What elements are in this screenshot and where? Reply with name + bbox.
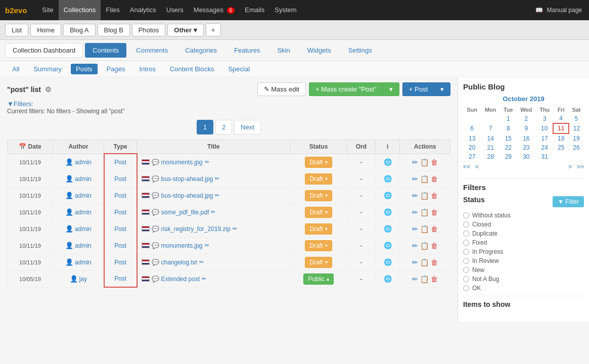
tab-list[interactable]: List (5, 24, 28, 36)
author-link[interactable]: admin (75, 225, 92, 233)
subtab-special[interactable]: Special (223, 64, 255, 74)
edit-action-icon[interactable]: ✏ (412, 158, 418, 166)
cal-day[interactable]: 5 (569, 114, 584, 123)
edit-action-icon[interactable]: ✏ (412, 258, 418, 266)
title-link[interactable]: some_pdf_file.pdf (161, 209, 209, 216)
delete-action-icon[interactable]: 🗑 (431, 275, 438, 283)
edit-action-icon[interactable]: ✏ (412, 208, 418, 216)
delete-action-icon[interactable]: 🗑 (431, 225, 438, 233)
author-link[interactable]: admin (75, 175, 92, 183)
tab-skin[interactable]: Skin (269, 43, 297, 58)
subtab-posts[interactable]: Posts (71, 64, 98, 74)
cal-prev-button[interactable]: << < (463, 163, 479, 170)
delete-action-icon[interactable]: 🗑 (431, 192, 438, 200)
cal-day[interactable]: 25 (553, 143, 568, 152)
tab-collection-dashboard[interactable]: Collection Dashboard (5, 43, 83, 58)
status-filter-item[interactable]: In Progress (463, 248, 584, 255)
edit-action-icon[interactable]: ✏ (412, 192, 418, 200)
title-edit-icon[interactable]: ✏ (205, 159, 209, 165)
tab-widgets[interactable]: Widgets (300, 43, 339, 58)
delete-action-icon[interactable]: 🗑 (431, 242, 438, 250)
title-edit-icon[interactable]: ✏ (233, 225, 237, 232)
nav-messages[interactable]: Messages 6 (189, 0, 240, 21)
subtab-all[interactable]: All (7, 64, 24, 74)
cal-day[interactable]: 28 (481, 152, 500, 161)
copy-action-icon[interactable]: 📋 (420, 192, 429, 200)
title-link[interactable]: bus-stop-ahead.jpg (161, 175, 213, 183)
status-badge[interactable]: Draft ▾ (305, 157, 332, 168)
title-edit-icon[interactable]: ✏ (199, 259, 204, 265)
nav-emails[interactable]: Emails (240, 0, 269, 20)
cal-next-button[interactable]: > >> (568, 163, 584, 170)
type-link[interactable]: Post (114, 192, 126, 199)
cal-day[interactable]: 30 (517, 152, 536, 161)
cal-day[interactable]: 1 (500, 114, 516, 123)
status-badge[interactable]: Public ▴ (303, 274, 334, 285)
subtab-summary[interactable]: Summary (28, 64, 67, 74)
cal-day[interactable]: 24 (536, 143, 553, 152)
title-link[interactable]: monuments.jpg (161, 159, 203, 166)
page-next-button[interactable]: Next (234, 120, 261, 134)
copy-action-icon[interactable]: 📋 (420, 242, 429, 250)
nav-analytics[interactable]: Analytics (125, 0, 161, 20)
type-link[interactable]: Post (114, 242, 126, 249)
nav-system[interactable]: System (269, 0, 301, 20)
status-filter-item[interactable]: In Review (463, 257, 584, 264)
cal-day[interactable]: 23 (517, 143, 536, 152)
title-link[interactable]: changelog.txt (161, 259, 197, 266)
author-link[interactable]: admin (75, 159, 92, 166)
status-badge[interactable]: Draft ▾ (305, 223, 332, 235)
tab-blog-b[interactable]: Blog B (98, 24, 130, 36)
delete-action-icon[interactable]: 🗑 (431, 175, 438, 183)
cal-day[interactable]: 29 (500, 152, 516, 161)
mass-create-button[interactable]: + Mass create "Post" (309, 82, 383, 96)
status-radio[interactable] (463, 276, 469, 282)
copy-action-icon[interactable]: 📋 (420, 225, 429, 233)
type-link[interactable]: Post (114, 225, 126, 233)
mass-create-dropdown[interactable]: ▾ (383, 82, 399, 96)
title-edit-icon[interactable]: ✏ (215, 192, 219, 199)
cal-day[interactable]: 6 (463, 123, 481, 133)
author-link[interactable]: admin (75, 209, 92, 216)
cal-day[interactable]: 22 (500, 143, 516, 152)
tab-home[interactable]: Home (30, 24, 61, 36)
cal-day[interactable]: 7 (481, 123, 500, 133)
cal-day[interactable]: 15 (500, 133, 516, 143)
type-link[interactable]: Post (114, 275, 126, 282)
tab-comments[interactable]: Comments (128, 43, 175, 58)
cal-day[interactable]: 13 (463, 133, 481, 143)
cal-day[interactable]: 17 (536, 133, 553, 143)
edit-action-icon[interactable]: ✏ (412, 242, 418, 250)
status-badge[interactable]: Draft ▾ (305, 173, 332, 185)
author-link[interactable]: admin (75, 192, 92, 199)
cal-day[interactable]: 31 (536, 152, 553, 161)
status-radio[interactable] (463, 231, 469, 237)
delete-action-icon[interactable]: 🗑 (431, 258, 438, 266)
cal-today[interactable]: 11 (553, 123, 568, 133)
brand-logo[interactable]: b2evo (5, 6, 27, 15)
page-2-button[interactable]: 2 (215, 120, 232, 134)
status-radio[interactable] (463, 212, 469, 218)
status-badge[interactable]: Draft ▾ (305, 190, 332, 201)
subtab-content-blocks[interactable]: Content Blocks (165, 64, 219, 74)
mass-edit-button[interactable]: ✎ Mass edit (257, 82, 306, 96)
add-tab-button[interactable]: + (206, 23, 221, 36)
cal-day[interactable]: 20 (463, 143, 481, 152)
copy-action-icon[interactable]: 📋 (420, 208, 429, 216)
title-edit-icon[interactable]: ✏ (215, 175, 219, 182)
copy-action-icon[interactable]: 📋 (420, 275, 429, 283)
status-radio[interactable] (463, 258, 469, 264)
copy-action-icon[interactable]: 📋 (420, 175, 429, 183)
cal-day[interactable]: 8 (500, 123, 516, 133)
status-radio[interactable] (463, 285, 469, 291)
col-date[interactable]: 📅 Date (8, 140, 53, 154)
nav-users[interactable]: Users (161, 0, 189, 20)
title-edit-icon[interactable]: ✏ (202, 276, 206, 282)
cal-day[interactable]: 14 (481, 133, 500, 143)
create-post-button[interactable]: + Post (402, 82, 434, 96)
edit-action-icon[interactable]: ✏ (412, 275, 418, 283)
status-filter-item[interactable]: New (463, 266, 584, 274)
author-link[interactable]: jay (79, 276, 87, 283)
tab-contents[interactable]: Contents (85, 43, 126, 58)
delete-action-icon[interactable]: 🗑 (431, 208, 438, 216)
